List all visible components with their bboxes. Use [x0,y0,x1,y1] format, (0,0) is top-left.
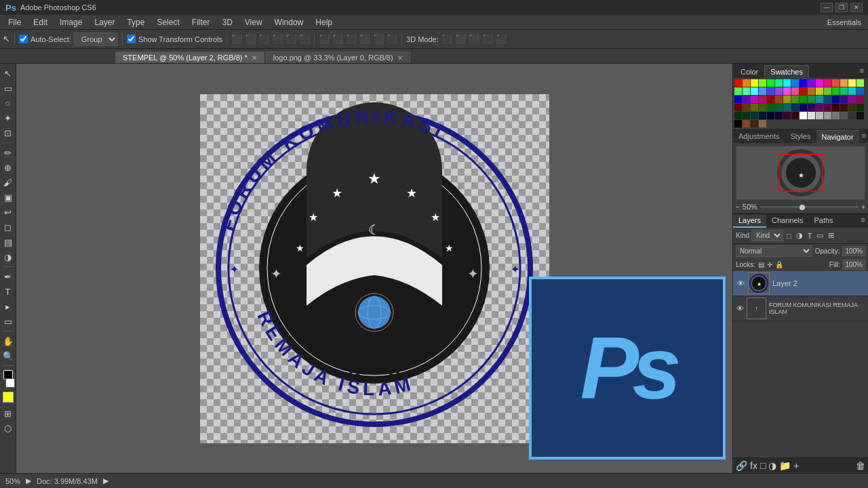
swatch-40[interactable] [800,96,807,103]
swatch-39[interactable] [791,96,799,103]
swatch-17[interactable] [743,87,750,95]
swatch-71[interactable] [791,112,799,119]
swatch-76[interactable] [832,112,840,119]
auto-select-checkbox[interactable] [19,35,28,43]
layer-link-btn[interactable]: 🔗 [736,460,747,471]
doc-info-arrow[interactable]: ▶ [103,476,108,485]
swatch-43[interactable] [824,96,831,103]
zoom-slider[interactable] [760,206,859,208]
layer-new-btn[interactable]: + [793,460,799,471]
swatch-83[interactable] [759,120,766,127]
layers-options-btn[interactable]: ≡ [859,214,868,228]
screen-mode-btn[interactable]: ⊞ [1,407,15,420]
zoom-out-icon[interactable]: − [736,203,740,211]
swatch-72[interactable] [800,112,807,119]
align-top-icon[interactable]: ⬛ [272,34,283,44]
3d-roll-icon[interactable]: ⬛ [455,34,466,44]
swatch-5[interactable] [775,79,783,87]
layer-visibility-1[interactable]: 👁 [736,304,744,313]
swatch-68[interactable] [767,112,774,119]
auto-select-dropdown[interactable]: GroupLayer [74,33,118,46]
swatch-63[interactable] [856,104,864,111]
tab-navigator[interactable]: Navigator [816,130,859,143]
panel-options-btn[interactable]: ≡ [857,65,867,78]
swatch-10[interactable] [816,79,823,87]
menu-image[interactable]: Image [54,16,87,28]
swatch-73[interactable] [808,112,815,119]
swatch-41[interactable] [808,96,815,103]
swatch-78[interactable] [848,112,856,119]
align-middle-icon[interactable]: ⬛ [285,34,296,44]
swatch-45[interactable] [840,96,848,103]
swatch-81[interactable] [743,120,750,127]
blend-mode-select[interactable]: Normal [736,245,812,257]
zoom-display[interactable]: 50% [5,477,20,485]
swatch-56[interactable] [800,104,807,111]
align-center-h-icon[interactable]: ⬛ [245,34,256,44]
lock-pixels-btn[interactable]: ▤ [758,261,764,268]
tab-color[interactable]: Color [734,65,764,78]
gradient-btn[interactable]: ▤ [1,235,15,249]
swatch-77[interactable] [840,112,848,119]
swatch-51[interactable] [759,104,766,111]
swatch-75[interactable] [824,112,831,119]
fill-value[interactable]: 100% [842,260,865,270]
healing-btn[interactable]: ⊕ [1,161,15,174]
show-transform-checkbox[interactable] [127,35,136,43]
swatch-48[interactable] [734,104,742,111]
hand-btn[interactable]: ✋ [1,334,15,348]
swatch-66[interactable] [751,112,758,119]
zoom-in-icon[interactable]: + [861,203,865,211]
history-btn[interactable]: ↩ [1,205,15,219]
swatch-25[interactable] [808,87,815,95]
swatch-15[interactable] [856,79,864,87]
distribute-top-icon[interactable]: ⬛ [359,34,370,44]
dodge-btn[interactable]: ◑ [1,250,15,264]
menu-view[interactable]: View [239,16,268,28]
lasso-tool-btn[interactable]: ○ [1,96,15,110]
swatch-59[interactable] [824,104,831,111]
swatch-47[interactable] [856,96,864,103]
tab-adjustments[interactable]: Adjustments [733,130,785,143]
lock-position-btn[interactable]: ✛ [767,261,772,268]
3d-btn[interactable]: ⬡ [1,422,15,435]
swatch-14[interactable] [848,79,856,87]
swatch-4[interactable] [767,79,774,87]
swatch-79[interactable] [856,112,864,119]
swatch-21[interactable] [775,87,783,95]
tab-logo[interactable]: logo.png @ 33.3% (Layer 0, RGB/8) ✕ [266,52,410,63]
swatch-22[interactable] [783,87,791,95]
swatch-18[interactable] [751,87,758,95]
swatch-27[interactable] [824,87,831,95]
menu-filter[interactable]: Filter [186,16,216,28]
swatch-3[interactable] [759,79,766,87]
window-controls[interactable]: — ❐ ✕ [821,3,863,12]
swatch-60[interactable] [832,104,840,111]
swatch-38[interactable] [783,96,791,103]
path-select-btn[interactable]: ▸ [1,300,15,313]
distribute-middle-icon[interactable]: ⬛ [373,34,384,44]
kind-select[interactable]: Kind [751,230,783,241]
marquee-tool-btn[interactable]: ▭ [1,81,15,95]
layer-mask-btn[interactable]: □ [760,460,766,471]
menu-file[interactable]: File [3,16,26,28]
tab-stempel[interactable]: STEMPEL @ 50% (Layer 2, RGB/8) * ✕ [115,52,264,63]
tab-channels[interactable]: Channels [766,214,808,228]
zoom-btn[interactable]: 🔍 [1,349,15,363]
pen-btn[interactable]: ✒ [1,270,15,283]
swatch-49[interactable] [743,104,750,111]
move-tool-btn[interactable]: ↖ [1,66,15,80]
swatch-61[interactable] [840,104,848,111]
tab-logo-close[interactable]: ✕ [397,54,403,62]
opacity-value[interactable]: 100% [842,246,865,256]
swatch-42[interactable] [816,96,823,103]
swatch-33[interactable] [743,96,750,103]
swatch-16[interactable] [734,87,742,95]
shape-btn[interactable]: ▭ [1,314,15,328]
swatch-2[interactable] [751,79,758,87]
swatch-11[interactable] [824,79,831,87]
layer-fx-btn[interactable]: fx [750,460,757,471]
swatch-8[interactable] [800,79,807,87]
swatch-13[interactable] [840,79,848,87]
swatch-34[interactable] [751,96,758,103]
